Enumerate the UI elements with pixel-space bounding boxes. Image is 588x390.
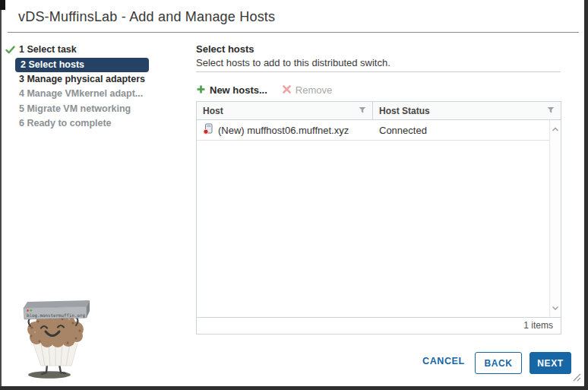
check-icon bbox=[5, 45, 15, 55]
window-frame-right bbox=[584, 0, 588, 390]
next-button[interactable]: NEXT bbox=[530, 352, 571, 374]
content-divider bbox=[196, 71, 561, 72]
title-divider bbox=[8, 32, 579, 33]
filter-icon[interactable] bbox=[547, 106, 555, 116]
window-frame-left bbox=[0, 0, 2, 390]
window-frame-bottom bbox=[0, 386, 588, 390]
step-6-ready-to-complete: 6 Ready to complete bbox=[6, 116, 181, 132]
hosts-table: Host Host Status (New) muffh bbox=[196, 101, 561, 335]
back-button[interactable]: BACK bbox=[475, 352, 522, 374]
led-red bbox=[27, 309, 29, 312]
table-row[interactable]: (New) muffhost06.muffnet.xyz Connected bbox=[197, 120, 561, 141]
new-hosts-label: New hosts... bbox=[210, 84, 267, 96]
remove-label: Remove bbox=[296, 84, 332, 96]
mascot-watermark-text: blog.monstermuffin.org bbox=[27, 312, 85, 319]
host-name: (New) muffhost06.muffnet.xyz bbox=[218, 125, 349, 136]
scroll-down-icon[interactable] bbox=[551, 301, 560, 315]
window-frame-corner bbox=[0, 0, 5, 10]
cancel-button[interactable]: CANCEL bbox=[422, 356, 465, 366]
column-header-host-status: Host Status bbox=[373, 102, 561, 119]
step-label: 1 Select task bbox=[19, 44, 77, 55]
scroll-up-icon[interactable] bbox=[551, 122, 560, 136]
scrollbar[interactable] bbox=[549, 120, 561, 317]
step-4-manage-vmkernel-adapters: 4 Manage VMkernel adapt... bbox=[6, 87, 181, 102]
page-title: Select hosts bbox=[196, 43, 254, 55]
step-3-manage-physical-adapters[interactable]: 3 Manage physical adapters bbox=[6, 72, 181, 87]
led-green bbox=[30, 309, 32, 312]
wizard-steps: 1 Select task 2 Select hosts 3 Manage ph… bbox=[6, 43, 181, 132]
muffin-mascot: blog.monstermuffin.org bbox=[21, 298, 93, 385]
host-status: Connected bbox=[373, 125, 561, 136]
step-2-select-hosts[interactable]: 2 Select hosts bbox=[15, 58, 149, 72]
page-subtitle: Select hosts to add to this distributed … bbox=[196, 57, 390, 68]
remove-button[interactable]: Remove bbox=[283, 84, 332, 96]
column-header-host: Host bbox=[197, 102, 373, 119]
step-label: 6 Ready to complete bbox=[19, 118, 112, 128]
table-header: Host Host Status bbox=[197, 102, 561, 120]
hosts-toolbar: New hosts... Remove bbox=[197, 81, 332, 98]
step-1-select-task[interactable]: 1 Select task bbox=[6, 43, 181, 58]
new-hosts-button[interactable]: New hosts... bbox=[197, 84, 267, 96]
plus-icon bbox=[197, 84, 205, 96]
remove-x-icon bbox=[283, 84, 291, 96]
step-5-migrate-vm-networking: 5 Migrate VM networking bbox=[6, 102, 181, 117]
step-label: 3 Manage physical adapters bbox=[19, 74, 145, 84]
table-body: (New) muffhost06.muffnet.xyz Connected bbox=[197, 120, 561, 317]
mascot-server-box: blog.monstermuffin.org bbox=[24, 300, 90, 319]
resize-grip-icon[interactable] bbox=[572, 371, 581, 385]
filter-icon[interactable] bbox=[359, 106, 366, 116]
dialog-title: vDS-MuffinsLab - Add and Manage Hosts bbox=[18, 9, 275, 25]
step-label: 2 Select hosts bbox=[21, 59, 84, 70]
step-label: 5 Migrate VM networking bbox=[19, 103, 131, 114]
items-count: 1 items bbox=[197, 317, 561, 334]
step-label: 4 Manage VMkernel adapt... bbox=[19, 88, 143, 99]
host-icon bbox=[203, 123, 213, 137]
